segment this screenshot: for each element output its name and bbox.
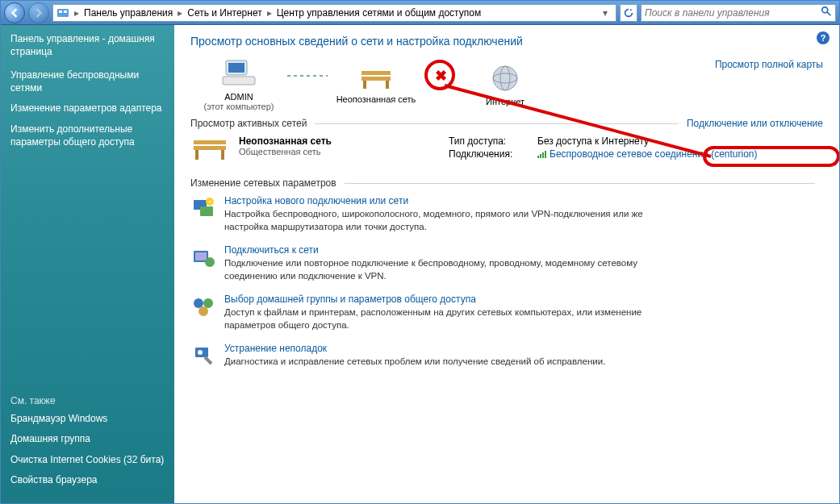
breadcrumb-item[interactable]: Сеть и Интернет [184, 7, 265, 19]
network-name: Неопознанная сеть [239, 135, 449, 147]
svg-rect-11 [386, 81, 389, 89]
sidebar-seealso-firewall[interactable]: Брандмауэр Windows [10, 413, 165, 426]
svg-rect-18 [195, 150, 199, 160]
bench-icon [190, 135, 229, 163]
setting-desc: Настройка беспроводного, широкополосного… [224, 208, 652, 233]
breadcrumb-item[interactable]: Панель управления [81, 7, 176, 19]
active-networks-header: Просмотр активных сетей Подключение или … [190, 118, 823, 129]
node-label: Неопознанная сеть [328, 94, 424, 104]
setting-title[interactable]: Выбор домашней группы и параметров общег… [224, 294, 652, 305]
svg-point-27 [194, 298, 203, 308]
x-mark-icon: ✖ [433, 69, 448, 83]
network-settings-header: Изменение сетевых параметров [190, 177, 823, 189]
content-pane: ? Просмотр основных сведений о сети и на… [174, 25, 839, 503]
svg-rect-25 [195, 252, 207, 260]
search-box[interactable] [641, 4, 836, 22]
svg-point-26 [205, 257, 215, 267]
signal-bars-icon [537, 150, 546, 158]
sidebar-seealso-homegroup[interactable]: Домашняя группа [10, 433, 165, 446]
connect-disconnect-link[interactable]: Подключение или отключение [687, 118, 823, 129]
nav-back-button[interactable] [4, 2, 25, 23]
setting-title[interactable]: Подключиться к сети [224, 244, 652, 256]
breadcrumb-item[interactable]: Центр управления сетями и общим доступом [274, 7, 485, 19]
see-also-header: См. также [10, 395, 165, 406]
svg-rect-9 [361, 77, 391, 81]
svg-point-12 [493, 66, 517, 90]
network-map: ADMIN (этот компьютер) Неопознанная сеть… [190, 59, 823, 111]
breadcrumb-dropdown-button[interactable]: ▾ [598, 7, 612, 19]
svg-point-3 [822, 7, 828, 13]
new-connection-icon: + [190, 195, 216, 221]
svg-rect-6 [228, 63, 244, 73]
svg-rect-17 [194, 146, 226, 150]
settings-list: + Настройка нового подключения или сети … [190, 195, 823, 369]
setting-item-new-connection[interactable]: + Настройка нового подключения или сети … [190, 195, 823, 233]
node-sublabel: (этот компьютер) [190, 102, 287, 111]
homegroup-icon [190, 294, 216, 319]
nav-forward-button[interactable] [28, 2, 49, 23]
sidebar-link-sharing[interactable]: Изменить дополнительные параметры общего… [10, 123, 165, 148]
search-input[interactable] [645, 7, 821, 19]
connections-label: Подключения: [449, 148, 537, 160]
setting-title[interactable]: Настройка нового подключения или сети [224, 195, 652, 206]
svg-rect-19 [221, 150, 224, 160]
troubleshoot-icon [190, 343, 216, 369]
globe-icon [491, 64, 520, 93]
node-label: ADMIN [190, 92, 287, 102]
chevron-right-icon: ▸ [265, 7, 274, 19]
setting-item-homegroup[interactable]: Выбор домашней группы и параметров общег… [190, 294, 823, 331]
svg-rect-8 [361, 71, 391, 75]
setting-desc: Подключение или повторное подключение к … [224, 257, 652, 282]
chevron-right-icon: ▸ [176, 7, 184, 19]
svg-rect-21 [200, 206, 213, 216]
setting-desc: Диагностика и исправление сетевых пробле… [224, 356, 605, 369]
node-label: Интернет [457, 97, 554, 106]
breadcrumb-bar[interactable]: ▸ Панель управления ▸ Сеть и Интернет ▸ … [52, 4, 616, 22]
control-panel-icon [56, 6, 69, 19]
subheader-label: Изменение сетевых параметров [190, 177, 336, 189]
setting-title[interactable]: Устранение неполадок [224, 343, 605, 354]
connection-line [287, 75, 328, 77]
sidebar-link-adapter[interactable]: Изменение параметров адаптера [10, 102, 165, 115]
sidebar-home-link[interactable]: Панель управления - домашняя страница [10, 33, 165, 58]
active-network-item: Неопознанная сеть Общественная сеть Тип … [190, 135, 823, 163]
page-title: Просмотр основных сведений о сети и наст… [190, 35, 823, 48]
network-node-internet[interactable]: Интернет [457, 64, 554, 106]
sidebar-seealso-cookies[interactable]: Очистка Internet Cookies (32 бита) [10, 454, 165, 467]
access-type-label: Тип доступа: [449, 135, 537, 147]
connection-name: Беспроводное сетевое соединение (centuri… [550, 148, 758, 160]
svg-rect-10 [363, 81, 366, 89]
view-full-map-link[interactable]: Просмотр полной карты [715, 59, 823, 70]
svg-point-31 [198, 350, 203, 355]
svg-line-4 [827, 12, 830, 15]
setting-desc: Доступ к файлам и принтерам, расположенн… [224, 306, 652, 331]
search-icon[interactable] [821, 6, 832, 19]
network-type-link[interactable]: Общественная сеть [239, 147, 449, 156]
svg-rect-2 [64, 10, 67, 13]
sidebar: Панель управления - домашняя страница Уп… [1, 25, 174, 503]
help-icon[interactable]: ? [817, 31, 830, 44]
svg-rect-7 [223, 77, 255, 85]
connection-link[interactable]: Беспроводное сетевое соединение (centuri… [537, 148, 758, 160]
sidebar-link-wireless[interactable]: Управление беспроводными сетями [10, 69, 165, 94]
computer-icon [221, 59, 257, 88]
setting-item-connect-network[interactable]: Подключиться к сети Подключение или повт… [190, 244, 823, 282]
subheader-label: Просмотр активных сетей [190, 118, 307, 129]
setting-item-troubleshoot[interactable]: Устранение неполадок Диагностика и испра… [190, 343, 823, 369]
svg-rect-1 [59, 10, 62, 13]
svg-text:+: + [208, 198, 212, 206]
network-node-unknown[interactable]: Неопознанная сеть [328, 66, 424, 104]
svg-point-28 [203, 298, 213, 308]
svg-rect-16 [194, 140, 226, 144]
refresh-button[interactable] [620, 4, 637, 22]
access-type-value: Без доступа к Интернету [537, 135, 649, 147]
network-node-this-pc[interactable]: ADMIN (этот компьютер) [190, 59, 287, 111]
chevron-right-icon: ▸ [73, 7, 81, 19]
sidebar-seealso-browser[interactable]: Свойства браузера [10, 474, 165, 487]
title-bar: ▸ Панель управления ▸ Сеть и Интернет ▸ … [1, 1, 839, 25]
bench-icon [357, 66, 395, 90]
connect-network-icon [190, 244, 216, 270]
svg-point-29 [199, 306, 208, 316]
